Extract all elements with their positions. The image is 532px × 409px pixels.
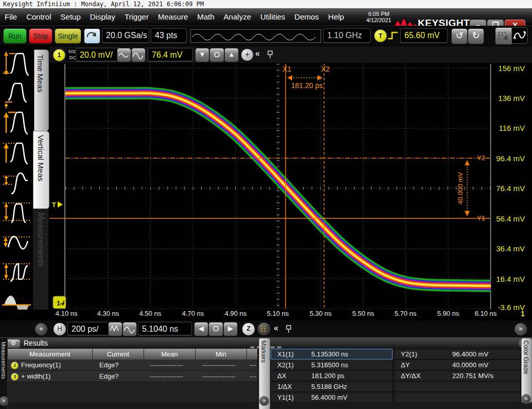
run-button[interactable]: Run xyxy=(3,28,27,44)
markers-tab-label: Markers xyxy=(260,340,267,363)
x-tick: 4.30 ns xyxy=(97,310,119,317)
y-tick: 76.4 mV xyxy=(496,184,525,193)
col-measurement[interactable]: Measurement xyxy=(8,349,93,360)
meas-base-icon[interactable] xyxy=(1,79,33,108)
measurement-palette xyxy=(0,45,33,320)
horizontal-collapse-button[interactable]: « xyxy=(274,323,278,333)
pin-icon[interactable] xyxy=(267,50,274,59)
meas-overshoot-icon[interactable] xyxy=(1,169,33,198)
stop-button[interactable]: Stop xyxy=(29,28,52,44)
right-panel-expand-button[interactable]: » xyxy=(515,323,527,335)
waveform-preview[interactable] xyxy=(190,29,321,43)
x-tick: 4.90 ns xyxy=(225,310,247,317)
menu-bar: File Control Setup Display Trigger Measu… xyxy=(0,8,532,26)
offset-down-button[interactable]: ▼ xyxy=(195,48,209,62)
position-right-button[interactable]: ▶ xyxy=(223,322,238,336)
marker-row-y2[interactable]: Y2(1)96.4000 mV xyxy=(394,349,521,360)
menu-setup[interactable]: Setup xyxy=(56,8,85,25)
trigger-source-badge[interactable]: T xyxy=(374,29,387,42)
left-panel-expand-button[interactable]: « xyxy=(35,323,47,335)
x-tick: 4.70 ns xyxy=(182,310,204,317)
vertical-offset-field[interactable]: 76.4 mV xyxy=(148,48,193,61)
arrow-left-icon: ◀ xyxy=(199,325,204,332)
col-current[interactable]: Current xyxy=(93,349,144,360)
add-channel-button[interactable]: + xyxy=(241,48,254,61)
compressed-wave-icon xyxy=(109,322,121,335)
marker-row-dy[interactable]: ΔY40.0000 mV xyxy=(394,360,521,370)
undo-button[interactable]: ↺ xyxy=(451,28,468,44)
measurement-badge: 3 xyxy=(11,373,19,381)
clear-display-button[interactable] xyxy=(84,28,100,44)
waveform-display[interactable]: X1 X2 181.20 ps Y2 Y1 40.000 mV T 1 xyxy=(49,63,532,320)
menu-control[interactable]: Control xyxy=(22,8,56,25)
channel-collapse-button[interactable]: « xyxy=(255,49,260,58)
horizontal-position-field[interactable]: 5.1040 ns xyxy=(138,322,192,335)
meas-top-icon[interactable] xyxy=(1,139,33,168)
cursor-dots-button[interactable] xyxy=(257,322,271,336)
meas-pulse-amplitude-icon[interactable] xyxy=(1,199,33,228)
svg-text:T: T xyxy=(52,201,56,209)
meas-maximum-icon[interactable] xyxy=(1,109,33,138)
x-tick: 5.90 ns xyxy=(437,310,459,317)
zoom-button[interactable]: Z xyxy=(242,322,255,336)
channel-ground-marker[interactable]: 1 xyxy=(53,296,66,309)
channel-controls: 1 50Ω DC 20.0 mV/ 76.4 mV ▼ O ▲ + « xyxy=(49,46,532,63)
grid-mode-button[interactable] xyxy=(495,27,512,45)
position-left-button[interactable]: ◀ xyxy=(194,322,208,336)
measurement-current: Edge? xyxy=(99,360,119,370)
scale-fine-button[interactable] xyxy=(117,48,131,62)
results-table: Measurement Current Mean Min 2 Frequency… xyxy=(8,349,257,402)
position-zero-button[interactable]: O xyxy=(208,322,223,336)
hscale-fast-button[interactable] xyxy=(108,322,122,336)
single-button[interactable]: Single xyxy=(55,28,81,44)
marker-row-x1[interactable]: X1(1)5.135300 ns xyxy=(271,349,393,360)
markers-expand-button[interactable]: » xyxy=(259,396,269,406)
menu-math[interactable]: Math xyxy=(192,8,219,25)
offset-zero-button[interactable]: O xyxy=(209,48,224,62)
marker-row-dy-dx[interactable]: ΔY/ΔX220.751 MV/s xyxy=(394,370,521,381)
wide-wave-icon xyxy=(123,322,135,335)
channel-1-badge[interactable]: 1 xyxy=(53,49,65,61)
marker-row-x2[interactable]: X2(1)5.316500 ns xyxy=(271,360,393,370)
menu-analyze[interactable]: Analyze xyxy=(219,8,256,25)
measurements-side-tab-label: Measurements xyxy=(1,342,7,379)
y-tick: 96.4 mV xyxy=(496,154,525,163)
delta-y-value: 40.000 mV xyxy=(456,172,464,204)
color-grade-expand-button[interactable]: « xyxy=(521,394,531,404)
menu-utilities[interactable]: Utilities xyxy=(256,8,290,25)
menu-trigger[interactable]: Trigger xyxy=(120,8,153,25)
col-mean[interactable]: Mean xyxy=(144,349,196,360)
menu-display[interactable]: Display xyxy=(85,8,120,25)
arrow-up-icon: ▲ xyxy=(228,50,235,58)
trigger-level-field[interactable]: 65.60 mV xyxy=(400,28,448,43)
table-row[interactable]: 2 Frequency(1) Edge? --------------- ---… xyxy=(8,360,257,371)
meas-amplitude-icon[interactable] xyxy=(1,49,33,78)
measurement-mean: --------------- xyxy=(150,360,183,370)
zoom-z-icon: Z xyxy=(246,325,251,332)
redo-button[interactable]: ↻ xyxy=(468,28,484,44)
collapsed-measurements-label: Measurements xyxy=(36,212,45,267)
marker-row-inv-dx[interactable]: 1/ΔX5.5188 GHz xyxy=(271,381,393,392)
menu-demos[interactable]: Demos xyxy=(290,8,324,25)
trigger-frequency-field[interactable]: 1.10 GHz xyxy=(323,28,370,43)
meas-ac-rms-icon[interactable] xyxy=(1,229,33,258)
pin-icon[interactable] xyxy=(285,325,292,334)
meas-vrms-icon[interactable] xyxy=(1,259,33,287)
col-min[interactable]: Min xyxy=(196,349,247,360)
marker-row-y1[interactable]: Y1(1)56.4000 mV xyxy=(271,392,393,403)
arrow-down-icon: ▼ xyxy=(199,50,206,58)
marker-row-dx[interactable]: ΔX181.200 ps xyxy=(271,370,393,381)
results-settings-button[interactable]: ⚙ xyxy=(6,339,21,348)
scale-coarse-button[interactable] xyxy=(131,48,146,62)
menu-measure[interactable]: Measure xyxy=(153,8,192,25)
sample-rate-field[interactable]: 20.0 GSa/s xyxy=(102,28,149,43)
waveform-mode-button[interactable] xyxy=(511,27,528,44)
horizontal-badge[interactable]: H xyxy=(53,322,66,336)
offset-up-button[interactable]: ▲ xyxy=(224,48,239,62)
menu-help[interactable]: Help xyxy=(324,8,349,25)
table-row[interactable]: 3 + width(1) Edge? --------------- -----… xyxy=(8,371,257,382)
memory-depth-field[interactable]: 43 pts xyxy=(151,28,187,43)
menu-file[interactable]: File xyxy=(0,8,22,25)
hscale-slow-button[interactable] xyxy=(122,322,137,336)
clock-time: 6:05 PM xyxy=(368,11,389,17)
